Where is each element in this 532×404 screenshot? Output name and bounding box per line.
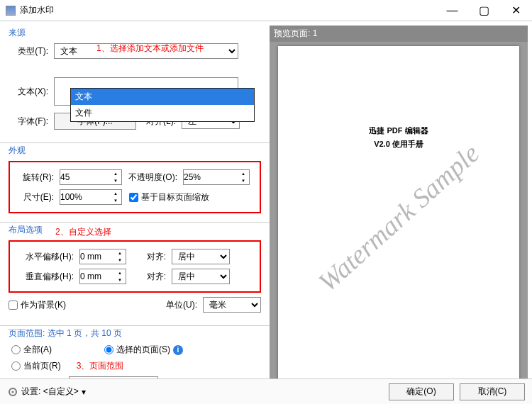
font-label: 字体(F): — [9, 116, 51, 128]
unit-label: 单位(U): — [166, 299, 200, 311]
layout-hint: 2、自定义选择 — [55, 226, 111, 238]
app-icon — [6, 6, 16, 16]
preview-header: 预览页面: 1 — [270, 26, 528, 42]
window-buttons: — ▢ ✕ — [436, 1, 532, 21]
bg-label: 作为背景(K) — [21, 299, 66, 311]
hoff-spinner[interactable]: ▲▼ — [79, 249, 126, 264]
preview-area: 迅捷 PDF 编辑器 V2.0 使用手册 Watermark Sample 1 — [270, 42, 528, 398]
type-label: 类型(T): — [9, 45, 51, 57]
opacity-spinner[interactable]: ▲▼ — [183, 169, 250, 185]
halign-label: 对齐: — [129, 251, 169, 263]
window-title: 添加水印 — [20, 4, 436, 16]
chevron-up-icon[interactable]: ▲ — [110, 170, 121, 177]
group-source: 来源 类型(T): 文本 1、选择添加文本或添加文件 文本(X): 字体(F):… — [4, 26, 265, 140]
rotate-label: 旋转(R): — [14, 172, 57, 184]
watermark-sample: Watermark Sample — [312, 138, 485, 298]
range-all-radio[interactable] — [11, 345, 21, 354]
valign-select[interactable]: 居中 — [172, 269, 230, 284]
valign-label: 对齐: — [129, 271, 169, 283]
chevron-down-icon[interactable]: ▼ — [110, 177, 121, 184]
range-hint: 3、页面范围 — [77, 360, 124, 372]
type-hint: 1、选择添加文本或添加文件 — [96, 43, 204, 55]
chevron-down-icon[interactable]: ▾ — [82, 387, 86, 397]
range-current-radio[interactable] — [11, 361, 21, 371]
rotate-spinner[interactable]: ▲▼ — [60, 169, 122, 185]
range-selected-label: 选择的页面(S) — [116, 344, 170, 356]
page-line1: 迅捷 PDF 编辑器 — [369, 125, 428, 136]
voff-spinner[interactable]: ▲▼ — [79, 269, 126, 284]
type-option-text[interactable]: 文本 — [71, 89, 254, 105]
scale-label: 尺寸(E): — [14, 191, 57, 203]
titlebar: 添加水印 — ▢ ✕ — [0, 0, 532, 21]
range-current-label: 当前页(R) — [23, 360, 61, 372]
gear-icon[interactable] — [7, 386, 18, 398]
range-selected-radio[interactable] — [104, 345, 113, 354]
voff-label: 垂直偏移(H): — [14, 271, 77, 283]
settings-label: 设置: <自定义> — [21, 386, 79, 398]
group-appearance: 外观 旋转(R): ▲▼ 不透明度(O): ▲▼ 尺寸(E): ▲▼ 基于目标页… — [4, 143, 265, 219]
page-line2: V2.0 使用手册 — [374, 139, 423, 150]
maximize-button[interactable]: ▢ — [468, 1, 500, 21]
range-header: 页面范围: 选中 1 页，共 10 页 — [9, 327, 261, 340]
close-button[interactable]: ✕ — [500, 1, 532, 21]
info-icon[interactable]: i — [173, 345, 183, 355]
footer: 设置: <自定义> ▾ 确定(O) 取消(C) — [0, 378, 532, 404]
unit-select[interactable]: 毫米 — [203, 297, 261, 313]
minimize-button[interactable]: — — [436, 1, 468, 21]
ok-button[interactable]: 确定(O) — [389, 383, 454, 400]
cancel-button[interactable]: 取消(C) — [460, 383, 525, 400]
text-label: 文本(X): — [9, 86, 51, 98]
group-layout: 布局选项 2、自定义选择 水平偏移(H): ▲▼ 对齐: 居中 垂直偏移(H):… — [4, 223, 265, 322]
scale-spinner[interactable]: ▲▼ — [60, 189, 122, 205]
group-appearance-title: 外观 — [9, 145, 261, 157]
type-option-file[interactable]: 文件 — [71, 105, 254, 121]
svg-point-1 — [12, 391, 14, 393]
preview-page: 迅捷 PDF 编辑器 V2.0 使用手册 Watermark Sample — [278, 46, 519, 389]
range-all-label: 全部(A) — [23, 344, 52, 356]
group-layout-title: 布局选项 — [9, 224, 43, 236]
opacity-label: 不透明度(O): — [125, 172, 180, 184]
type-dropdown-list[interactable]: 文本 文件 — [70, 88, 255, 122]
hoff-label: 水平偏移(H): — [14, 251, 77, 263]
halign-select[interactable]: 居中 — [172, 249, 230, 264]
scale-check-label: 基于目标页面缩放 — [141, 191, 209, 203]
scale-checkbox[interactable] — [129, 193, 138, 202]
bg-checkbox[interactable] — [9, 301, 18, 310]
group-source-title: 来源 — [9, 27, 261, 39]
